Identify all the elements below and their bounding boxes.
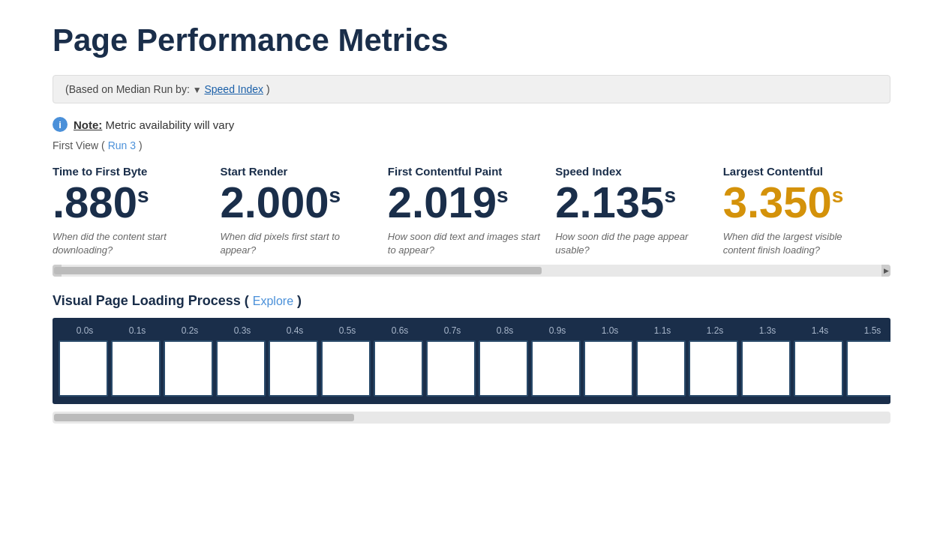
run-link[interactable]: Run 3 [108, 139, 136, 151]
metric-lcp: Largest Contentful 3.350s When did the l… [723, 165, 890, 257]
filmstrip-frame[interactable] [846, 340, 890, 397]
filmstrip-time-label: 1.1s [636, 325, 689, 336]
speed-index-link[interactable]: Speed Index [204, 83, 263, 95]
filmstrip-frame[interactable] [636, 340, 686, 397]
filmstrip-time-label: 0.3s [216, 325, 269, 336]
visual-loading-title: Visual Page Loading Process ( Explore ) [53, 293, 890, 309]
metric-start-render-desc: When did pixels first start to appear? [220, 230, 372, 257]
filmstrip-time-label: 0.4s [269, 325, 321, 336]
filmstrip-times: 0.0s0.1s0.2s0.3s0.4s0.5s0.6s0.7s0.8s0.9s… [59, 325, 884, 336]
filmstrip-frame[interactable] [111, 340, 161, 397]
filmstrip-frames [59, 340, 884, 397]
filmstrip-container: 0.0s0.1s0.2s0.3s0.4s0.5s0.6s0.7s0.8s0.9s… [53, 318, 890, 404]
median-arrow-icon: ▼ [193, 85, 202, 95]
metric-start-render: Start Render 2.000s When did pixels firs… [220, 165, 387, 257]
filmstrip-frame[interactable] [426, 340, 476, 397]
filmstrip-frame[interactable] [59, 340, 108, 397]
filmstrip-time-label: 1.5s [846, 325, 890, 336]
explore-link[interactable]: Explore [253, 295, 293, 307]
metric-speed-index: Speed Index 2.135s How soon did the page… [555, 165, 722, 257]
filmstrip-time-label: 1.3s [741, 325, 794, 336]
filmstrip-time-label: 0.9s [531, 325, 584, 336]
scroll-right-icon[interactable]: ▶ [881, 265, 890, 277]
metric-ttfb-label: Time to First Byte [53, 165, 205, 178]
filmstrip-frame[interactable] [794, 340, 843, 397]
note-text: Note: Metric availability will vary [74, 118, 234, 131]
metric-fcp: First Contentful Paint 2.019s How soon d… [388, 165, 555, 257]
page-title: Page Performance Metrics [53, 22, 890, 58]
filmstrip-frame[interactable] [479, 340, 528, 397]
metric-ttfb-value: .880s [53, 181, 205, 224]
filmstrip-time-label: 0.0s [59, 325, 111, 336]
filmstrip-scrollbar-thumb[interactable] [54, 414, 354, 421]
metric-fcp-value: 2.019s [388, 181, 540, 224]
filmstrip-time-label: 1.0s [584, 325, 636, 336]
note-body-text: Metric availability will vary [106, 118, 235, 131]
filmstrip-frame[interactable] [164, 340, 213, 397]
filmstrip-frame[interactable] [689, 340, 738, 397]
filmstrip-time-label: 1.4s [794, 325, 846, 336]
metric-speed-index-desc: How soon did the page appear usable? [555, 230, 707, 257]
note-label: Note: [74, 118, 102, 131]
metric-fcp-label: First Contentful Paint [388, 165, 540, 178]
explore-paren-open: ( [245, 293, 249, 308]
metric-lcp-value: 3.350s [723, 181, 875, 224]
first-view-paren-close: ) [139, 139, 143, 151]
filmstrip-frame[interactable] [584, 340, 633, 397]
metrics-row: Time to First Byte .880s When did the co… [53, 165, 890, 257]
filmstrip-scrollbar[interactable] [53, 412, 890, 424]
note-row: i Note: Metric availability will vary [53, 117, 890, 132]
scrollbar-thumb[interactable] [54, 267, 542, 274]
explore-paren-close: ) [297, 293, 302, 308]
filmstrip-time-label: 0.1s [111, 325, 164, 336]
filmstrip-time-label: 0.8s [479, 325, 531, 336]
metrics-scrollbar[interactable]: ◀ ▶ [53, 265, 890, 277]
filmstrip-frame[interactable] [269, 340, 318, 397]
metric-fcp-desc: How soon did text and images start to ap… [388, 230, 540, 257]
metric-start-render-value: 2.000s [220, 181, 372, 224]
first-view-text: First View [53, 139, 98, 151]
median-bar-close: ) [266, 83, 270, 95]
filmstrip-time-label: 1.2s [689, 325, 741, 336]
metric-speed-index-value: 2.135s [555, 181, 707, 224]
metric-lcp-label: Largest Contentful [723, 165, 875, 178]
first-view-paren-open: ( [101, 139, 105, 151]
info-icon: i [53, 117, 68, 132]
filmstrip-frame[interactable] [531, 340, 581, 397]
filmstrip-frame[interactable] [321, 340, 371, 397]
filmstrip-time-label: 0.7s [426, 325, 479, 336]
filmstrip-frame[interactable] [741, 340, 791, 397]
metric-speed-index-label: Speed Index [555, 165, 707, 178]
filmstrip-time-label: 0.6s [374, 325, 426, 336]
metric-ttfb-desc: When did the content start downloading? [53, 230, 205, 257]
metric-start-render-label: Start Render [220, 165, 372, 178]
median-bar-text: (Based on Median Run by: [65, 83, 190, 95]
first-view-label: First View ( Run 3 ) [53, 139, 890, 151]
filmstrip-time-label: 0.5s [321, 325, 374, 336]
filmstrip-frame[interactable] [374, 340, 423, 397]
metric-lcp-desc: When did the largest visible content fin… [723, 230, 875, 257]
median-run-bar: (Based on Median Run by: ▼ Speed Index ) [53, 75, 890, 103]
filmstrip-time-label: 0.2s [164, 325, 216, 336]
filmstrip-frame[interactable] [216, 340, 266, 397]
metric-ttfb: Time to First Byte .880s When did the co… [53, 165, 220, 257]
